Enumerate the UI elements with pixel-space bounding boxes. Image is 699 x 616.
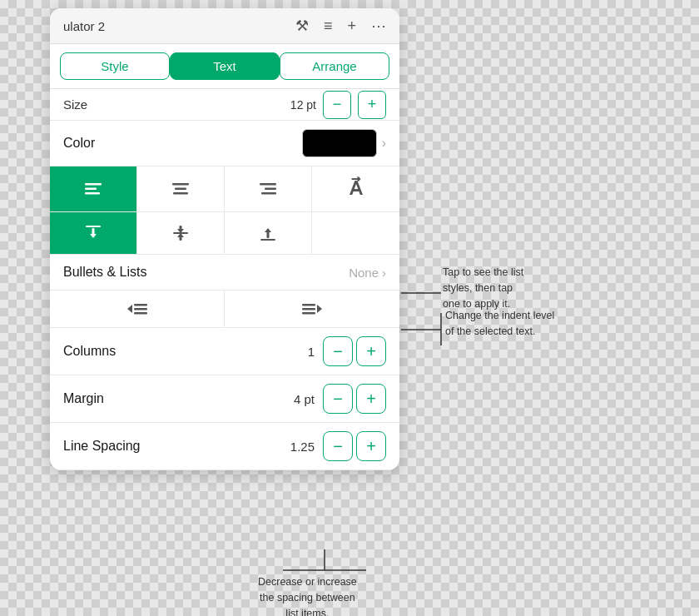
svg-rect-2 [85,192,100,195]
menu-icon[interactable]: ≡ [324,17,333,35]
align-left-button[interactable] [50,166,137,211]
tab-style[interactable]: Style [60,52,170,80]
svg-rect-25 [302,308,315,310]
svg-rect-22 [134,308,147,310]
line-spacing-controls: 1.25 − + [290,431,386,461]
svg-marker-19 [265,228,271,232]
svg-rect-9 [86,226,101,227]
title-bar: ulator 2 ⚒ ≡ + ⋯ [50,8,399,44]
more-icon[interactable]: ⋯ [371,17,386,35]
columns-stepper: − + [323,336,386,366]
bullets-value: None [349,266,379,280]
svg-rect-4 [175,188,186,191]
margin-label: Margin [63,391,104,406]
line-spacing-stepper: − + [323,431,386,461]
color-row: Color › [50,121,399,166]
add-icon[interactable]: + [347,17,356,35]
app-title: ulator 2 [63,19,105,33]
margin-row: Margin 4 pt − + [50,375,399,423]
svg-rect-21 [134,304,147,306]
svg-rect-17 [260,239,275,241]
margin-increase-button[interactable]: + [356,384,386,414]
svg-rect-5 [173,192,188,195]
columns-label: Columns [63,344,116,359]
svg-rect-8 [261,192,276,195]
svg-rect-3 [172,183,189,186]
svg-rect-24 [302,304,315,306]
bullets-value-container[interactable]: None › [349,266,386,280]
size-controls: 12 pt − + [290,91,386,119]
size-value: 12 pt [290,98,316,112]
size-label: Size [63,97,87,112]
columns-row: Columns 1 − + [50,328,399,375]
svg-rect-0 [85,183,102,186]
align-justify-button[interactable]: A⃗ [312,166,399,211]
indent-row [50,291,399,328]
svg-rect-23 [134,312,147,315]
color-swatch[interactable] [302,129,377,157]
indent-annotation-text: Change the indent levelof the selected t… [445,308,554,340]
columns-controls: 1 − + [290,336,386,366]
columns-decrease-button[interactable]: − [323,336,353,366]
indent-increase-button[interactable] [225,291,399,327]
svg-rect-6 [260,183,276,186]
line-spacing-value: 1.25 [290,440,315,454]
margin-value: 4 pt [290,392,315,406]
title-icons: ⚒ ≡ + ⋯ [295,17,386,35]
valign-row [50,212,399,255]
size-increase-button[interactable]: + [358,91,386,119]
svg-marker-27 [317,305,322,313]
bullets-row: Bullets & Lists None › [50,255,399,291]
size-row: Size 12 pt − + [50,89,399,121]
bullets-label: Bullets & Lists [63,265,146,280]
align-center-button[interactable] [137,166,225,211]
svg-marker-20 [127,305,132,313]
svg-rect-7 [265,188,276,191]
tab-bar: Style Text Arrange [50,44,399,89]
columns-value: 1 [290,345,315,359]
tab-text[interactable]: Text [170,52,280,80]
color-label: Color [63,136,95,151]
svg-rect-26 [302,312,315,315]
color-chevron-icon: › [382,136,386,151]
bullets-chevron-icon: › [382,266,386,280]
line-spacing-increase-button[interactable]: + [356,431,386,461]
columns-increase-button[interactable]: + [356,336,386,366]
line-spacing-label: Line Spacing [63,439,141,454]
svg-marker-11 [90,234,97,238]
line-spacing-row: Line Spacing 1.25 − + [50,423,399,470]
hammer-icon[interactable]: ⚒ [295,17,309,35]
valign-middle-button[interactable] [137,212,225,254]
alignment-row: A⃗ [50,166,399,212]
margin-controls: 4 pt − + [290,384,386,414]
margin-decrease-button[interactable]: − [323,384,353,414]
valign-bottom-button[interactable] [225,212,312,254]
indent-decrease-button[interactable] [50,291,225,327]
color-swatch-container[interactable]: › [302,129,386,157]
size-decrease-button[interactable]: − [323,91,351,119]
svg-rect-1 [85,188,97,191]
panel: ulator 2 ⚒ ≡ + ⋯ Style Text Arrange Size… [50,8,399,470]
tab-arrange[interactable]: Arrange [280,52,389,80]
valign-top-button[interactable] [50,212,137,254]
margin-stepper: − + [323,384,386,414]
line-spacing-decrease-button[interactable]: − [323,431,353,461]
spacing-annotation-text: Decrease or increasethe spacing betweenl… [258,574,357,616]
bullets-annotation-text: Tap to see the liststyles, then tapone t… [443,265,523,311]
align-right-button[interactable] [225,166,312,211]
